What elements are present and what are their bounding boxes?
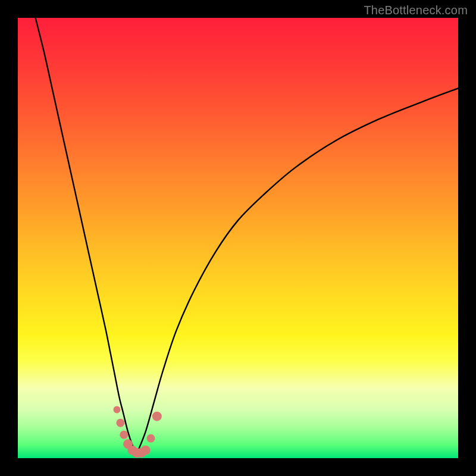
plot-area bbox=[18, 18, 458, 458]
bottleneck-curves bbox=[18, 18, 458, 458]
valley-marker bbox=[120, 431, 128, 439]
valley-marker bbox=[146, 434, 155, 443]
watermark-text: TheBottleneck.com bbox=[364, 4, 468, 17]
valley-marker bbox=[152, 412, 162, 421]
curve-left-branch bbox=[36, 18, 137, 454]
valley-marker bbox=[141, 446, 151, 455]
curve-right-branch bbox=[137, 88, 458, 453]
outer-frame: TheBottleneck.com bbox=[0, 0, 476, 476]
valley-marker bbox=[114, 406, 121, 414]
valley-marker bbox=[116, 419, 124, 427]
